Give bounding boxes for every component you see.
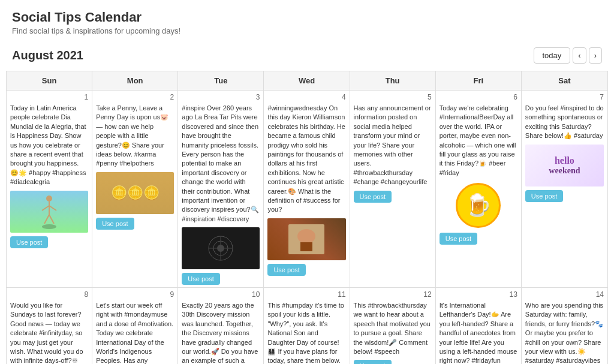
cell-text: Would you like for Sundays to last forev…: [10, 301, 88, 364]
calendar-grid: SunMonTueWedThuFriSat 1Today in Latin Am…: [6, 71, 608, 364]
svg-line-4: [49, 206, 56, 210]
prev-month-button[interactable]: ‹: [573, 47, 586, 64]
cell-date: 4: [267, 93, 345, 101]
svg-line-3: [42, 206, 49, 210]
calendar-cell: 10Exactly 20 years ago the 30th Discover…: [178, 288, 264, 364]
calendar-cell: 12This #throwbackthursday we want to hea…: [350, 288, 436, 364]
cell-text: Today in Latin America people celebrate …: [10, 104, 88, 187]
cell-image: [182, 227, 260, 269]
cell-text: Has any announcement or information post…: [354, 104, 432, 187]
cell-date: 1: [10, 93, 88, 101]
month-title: August 2021: [12, 49, 83, 62]
cell-date: 7: [525, 93, 604, 101]
weekday-header-mon: Mon: [92, 71, 178, 90]
cell-image: helloweekend: [525, 145, 604, 186]
cell-text: Let's start our week off right with #mon…: [96, 301, 174, 364]
cell-date: 10: [182, 290, 260, 299]
cell-image: 🍺: [440, 181, 517, 229]
use-post-button[interactable]: Use post: [354, 360, 392, 364]
calendar-cell: 6Today we're celebrating #InternationalB…: [436, 91, 522, 287]
calendar-nav: August 2021 today ‹ ›: [0, 40, 614, 64]
cell-text: #winningwednesday On this day Kieron Wil…: [267, 104, 345, 215]
calendar-cell: 5Has any announcement or information pos…: [350, 91, 436, 287]
calendar-cell: 11This #humpday it's time to spoil your …: [264, 288, 350, 364]
cell-text: Take a Penny, Leave a Penny Day is upon …: [96, 104, 174, 169]
calendar-cell: 2Take a Penny, Leave a Penny Day is upon…: [92, 91, 178, 287]
use-post-button[interactable]: Use post: [96, 218, 134, 230]
use-post-button[interactable]: Use post: [267, 264, 305, 276]
cell-date: 14: [525, 290, 604, 299]
cell-text: It's International Lefthander's Day!🫱 Ar…: [440, 301, 517, 364]
cell-image: [267, 218, 345, 260]
calendar-cell: 14Who are you spending this Saturday wit…: [522, 288, 607, 364]
calendar-row-1: 8Would you like for Sundays to last fore…: [7, 288, 607, 364]
calendar-cell: 3#inspire Over 260 years ago La Brea Tar…: [178, 91, 264, 287]
calendar-cell: 4#winningwednesday On this day Kieron Wi…: [264, 91, 350, 287]
cell-image: 🪙🪙🪙: [96, 172, 174, 214]
use-post-button[interactable]: Use post: [182, 273, 219, 285]
cell-date: 6: [440, 93, 517, 101]
weekday-header-sun: Sun: [7, 71, 92, 90]
weekday-header-tue: Tue: [178, 71, 264, 90]
use-post-button[interactable]: Use post: [10, 236, 48, 248]
svg-point-0: [42, 224, 56, 229]
cell-text: Who are you spending this Saturday with:…: [525, 301, 604, 364]
cell-text: This #throwbackthursday we want to hear …: [354, 301, 432, 356]
cell-date: 12: [354, 290, 432, 299]
weekday-header-sat: Sat: [522, 71, 607, 90]
calendar-header: SunMonTueWedThuFriSat: [7, 71, 607, 91]
today-button[interactable]: today: [534, 47, 571, 64]
cell-date: 5: [354, 93, 432, 101]
use-post-button[interactable]: Use post: [440, 233, 477, 245]
nav-controls: today ‹ ›: [534, 47, 603, 64]
next-month-button[interactable]: ›: [589, 47, 602, 64]
app-title: Social Tips Calendar: [12, 10, 602, 25]
cell-text: Exactly 20 years ago the 30th Discovery …: [182, 301, 260, 364]
cell-date: 2: [96, 93, 174, 101]
app-subtitle: Find social tips & inspirations for upco…: [12, 26, 602, 35]
weekday-header-thu: Thu: [350, 71, 436, 90]
svg-line-6: [49, 215, 54, 224]
cell-text: #inspire Over 260 years ago La Brea Tar …: [182, 104, 260, 224]
use-post-button[interactable]: Use post: [354, 191, 392, 203]
cell-date: 9: [96, 290, 174, 299]
weekday-header-fri: Fri: [436, 71, 522, 90]
cell-text: Today we're celebrating #InternationalBe…: [440, 104, 517, 178]
calendar-cell: 9Let's start our week off right with #mo…: [92, 288, 178, 364]
app-header: Social Tips Calendar Find social tips & …: [0, 0, 614, 40]
calendar-cell: 1Today in Latin America people celebrate…: [7, 91, 92, 287]
svg-point-13: [297, 229, 315, 243]
svg-rect-14: [300, 242, 312, 251]
calendar-rows: 1Today in Latin America people celebrate…: [7, 91, 607, 364]
calendar-cell: 7Do you feel #inspired to do something s…: [522, 91, 607, 287]
calendar-row-0: 1Today in Latin America people celebrate…: [7, 91, 607, 288]
weekday-header-wed: Wed: [264, 71, 350, 90]
cell-date: 13: [440, 290, 517, 299]
calendar-cell: 13It's International Lefthander's Day!🫱 …: [436, 288, 522, 364]
cell-text: Do you feel #inspired to do something sp…: [525, 104, 604, 141]
svg-line-5: [44, 215, 49, 224]
calendar-cell: 8Would you like for Sundays to last fore…: [7, 288, 92, 364]
cell-image: [10, 191, 88, 233]
cell-date: 8: [10, 290, 88, 299]
cell-date: 11: [267, 290, 345, 299]
app-container: Social Tips Calendar Find social tips & …: [0, 0, 614, 364]
cell-date: 3: [182, 93, 260, 101]
svg-point-1: [46, 195, 52, 201]
use-post-button[interactable]: Use post: [525, 190, 563, 202]
cell-text: This #humpday it's time to spoil your ki…: [267, 301, 345, 364]
